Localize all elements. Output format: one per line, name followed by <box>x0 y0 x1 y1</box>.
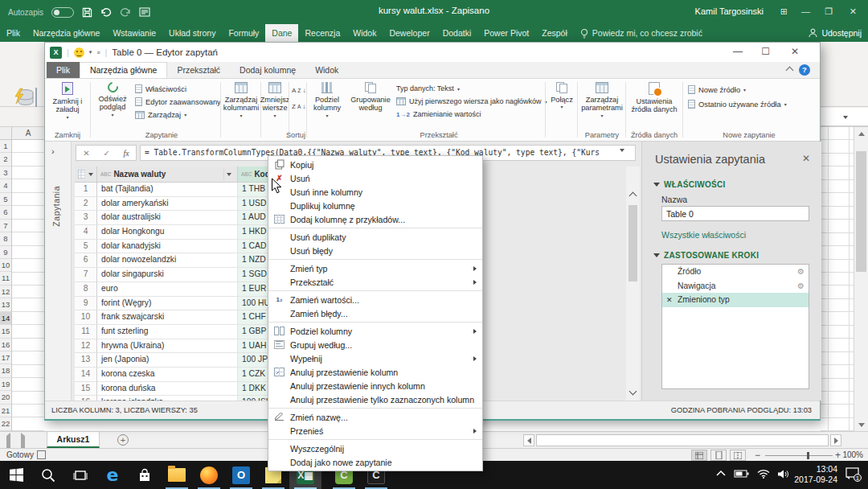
formula-expand-icon[interactable] <box>620 149 624 152</box>
row-header-19[interactable]: 19 <box>0 378 11 391</box>
all-properties-link[interactable]: Wszystkie właściwości <box>661 230 746 240</box>
zoom-out-button[interactable]: − <box>755 450 760 461</box>
menu-item[interactable]: Podziel kolumny <box>268 324 482 338</box>
file-explorer-icon[interactable] <box>161 461 193 489</box>
formula-expand-icon[interactable] <box>843 116 848 119</box>
row-header-8[interactable]: 8 <box>0 232 11 245</box>
new-query-mini-icon[interactable] <box>35 88 37 103</box>
pq-tab-widok[interactable]: Widok <box>305 62 348 78</box>
zoom-slider-knob[interactable] <box>807 452 809 459</box>
new-source-button[interactable]: Nowe źródło ▾ <box>688 85 746 94</box>
formula-bar-right[interactable] <box>821 108 868 126</box>
excel-tab-recenzja[interactable]: Recenzja <box>298 24 346 42</box>
pq-tab-dodaj-kolumn-[interactable]: Dodaj kolumnę <box>230 62 305 78</box>
pq-tab-narz-dzia-g-wne[interactable]: Narzędzia główne <box>80 62 167 78</box>
save-icon[interactable] <box>82 7 92 18</box>
edge-icon[interactable]: e <box>96 461 129 489</box>
menu-item[interactable]: Usuń inne kolumny <box>268 185 482 199</box>
reduce-rows-button[interactable]: Zmniejsz wiersze▾ <box>262 81 288 128</box>
manage-parameters-button[interactable]: Zarządzaj parametrami▾ <box>580 81 624 128</box>
row-header-17[interactable]: 17 <box>0 351 11 364</box>
excel-grid-right[interactable] <box>821 127 854 431</box>
row-header-6[interactable]: 6 <box>0 206 11 219</box>
menu-item[interactable]: Anuluj przestawienie tylko zaznaczonych … <box>268 392 482 406</box>
outlook-icon[interactable]: O <box>225 461 257 489</box>
manage-button[interactable]: Zarządzaj ▾ <box>135 110 186 119</box>
menu-item[interactable]: Usuń duplikaty <box>268 230 482 244</box>
start-button[interactable] <box>0 461 32 489</box>
hscroll-thumb[interactable] <box>536 434 829 446</box>
data-source-settings-button[interactable]: Ustawienia źródła danych <box>628 81 680 128</box>
row-header-14[interactable]: 14 <box>0 312 11 325</box>
excel-row-headers[interactable]: 12345678910111213141516171819202122 <box>0 140 12 431</box>
wifi-icon[interactable] <box>757 469 770 479</box>
row-header-13[interactable]: 13 <box>0 298 11 311</box>
row-header-7[interactable]: 7 <box>0 220 11 232</box>
fx-icon[interactable]: fx <box>123 149 129 158</box>
expand-queries-icon[interactable]: › <box>51 146 55 156</box>
page-break-view-button[interactable] <box>730 450 746 461</box>
applied-step[interactable]: ✕Zmieniono typ <box>662 293 809 307</box>
pq-minimize-button[interactable]: — <box>733 46 743 57</box>
first-row-headers-button[interactable]: Użyj pierwszego wiersza jako nagłówków ▾ <box>396 97 547 105</box>
menu-item[interactable]: Wyszczególnij <box>268 442 482 455</box>
row-header-3[interactable]: 3 <box>0 166 11 179</box>
advanced-editor-button[interactable]: Edytor zaawansowany <box>135 97 221 106</box>
row-header-5[interactable]: 5 <box>0 193 11 206</box>
hscroll-right-button[interactable] <box>830 434 841 446</box>
applied-step[interactable]: Nawigacja⚙ <box>662 279 809 294</box>
pq-scrollbar-thumb[interactable] <box>628 205 637 281</box>
volume-icon[interactable] <box>777 469 789 479</box>
menu-item[interactable]: Przenieś <box>268 424 482 438</box>
query-name-input[interactable]: Table 0 <box>661 206 809 221</box>
taskbar-clock[interactable]: 13:04 2017-09-24 <box>794 464 837 485</box>
normal-view-button[interactable] <box>691 450 707 461</box>
menu-item[interactable]: Wypełnij <box>268 351 482 365</box>
excel-vertical-scrollbar[interactable] <box>854 127 868 431</box>
excel-close-button[interactable]: ✕ <box>850 6 857 17</box>
combine-button[interactable]: Połącz▾ <box>548 81 575 128</box>
excel-tab-dodatki[interactable]: Dodatki <box>436 24 478 42</box>
battery-icon[interactable] <box>734 469 749 479</box>
excel-tab-deweloper[interactable]: Deweloper <box>383 24 436 42</box>
excel-grid-column-a[interactable] <box>12 140 44 431</box>
menu-item[interactable]: Zamień błędy... <box>268 306 482 320</box>
tell-me-box[interactable]: Powiedz mi, co chcesz zrobić <box>574 24 709 42</box>
select-all-corner[interactable] <box>0 127 12 139</box>
queries-pane-label[interactable]: Zapytania <box>51 186 61 227</box>
excel-tab-uk-ad-strony[interactable]: Układ strony <box>162 24 222 42</box>
excel-tab-power-pivot[interactable]: Power Pivot <box>477 24 535 42</box>
menu-item[interactable]: Dodaj jako nowe zapytanie <box>268 455 482 469</box>
applied-step[interactable]: Źródło⚙ <box>662 265 809 279</box>
formula-accept-icon[interactable]: ✓ <box>103 149 109 158</box>
pq-maximize-button[interactable]: ☐ <box>761 46 770 57</box>
ribbon-options-icon[interactable] <box>139 7 150 17</box>
menu-item[interactable]: Dodaj kolumnę z przykładów... <box>268 212 482 226</box>
refresh-preview-button[interactable]: Odśwież podgląd▾ <box>93 81 132 128</box>
macro-record-icon[interactable] <box>37 450 46 459</box>
zoom-in-button[interactable]: + <box>835 450 841 461</box>
add-sheet-button[interactable]: + <box>117 434 129 446</box>
excel-tab-zesp-[interactable]: Zespół <box>535 24 574 42</box>
row-header-1[interactable]: 1 <box>0 140 11 153</box>
tray-chevron-icon[interactable] <box>715 469 727 479</box>
menu-item[interactable]: 1₂Zamień wartości... <box>268 293 482 306</box>
menu-item[interactable]: Zmień typ <box>268 261 482 275</box>
row-header-18[interactable]: 18 <box>0 364 11 377</box>
row-header-22[interactable]: 22 <box>0 417 11 430</box>
menu-item[interactable]: ✗Usuń <box>268 171 482 185</box>
group-by-button[interactable]: Grupowanie według <box>348 81 393 128</box>
menu-item[interactable]: Usuń błędy <box>268 244 482 257</box>
page-layout-view-button[interactable] <box>710 450 727 461</box>
split-column-button[interactable]: Podziel kolumny▾ <box>309 81 346 128</box>
row-header-12[interactable]: 12 <box>0 286 11 298</box>
feedback-smiley-icon[interactable] <box>74 47 84 58</box>
excel-tab-formu-y[interactable]: Formuły <box>222 24 265 42</box>
store-icon[interactable] <box>129 461 161 489</box>
pq-tab-plik[interactable]: Plik <box>47 62 80 78</box>
menu-item[interactable]: Grupuj według... <box>268 338 482 351</box>
row-header-16[interactable]: 16 <box>0 339 11 351</box>
menu-item[interactable]: Duplikuj kolumnę <box>268 199 482 212</box>
pq-vertical-scrollbar[interactable] <box>626 166 640 401</box>
pq-tab-przekszta-[interactable]: Przekształć <box>167 62 230 78</box>
